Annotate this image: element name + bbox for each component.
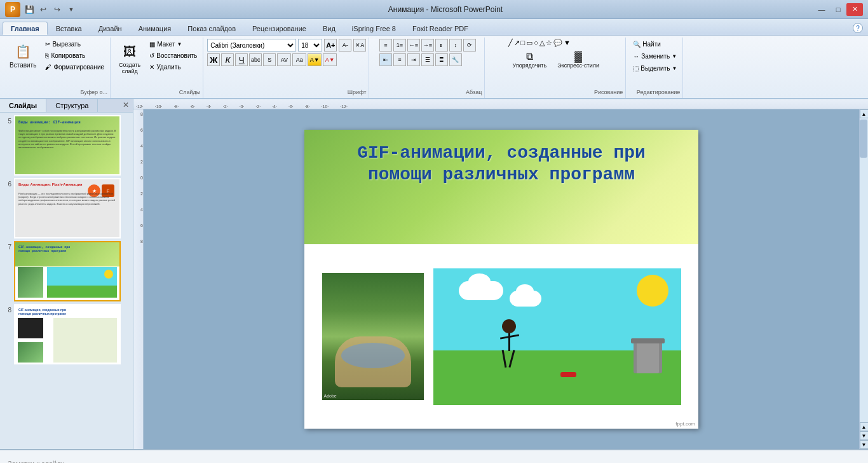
office-logo-icon[interactable]: P: [5, 2, 20, 17]
scroll-up-button[interactable]: ▲: [860, 109, 869, 118]
bullets-button[interactable]: ≡: [379, 39, 392, 52]
smartart-button[interactable]: 🔧: [449, 53, 462, 66]
increase-indent-button[interactable]: →≡: [421, 39, 434, 52]
slide-thumb-6[interactable]: 6 Виды Анимации: Flash-Анимация F ★ Flas…: [3, 178, 130, 238]
thumb6-title: Виды Анимации: Flash-Анимация: [18, 183, 83, 186]
shape-arrow-icon[interactable]: ↗: [514, 39, 520, 47]
find-button[interactable]: 🔍Найти: [630, 39, 664, 50]
tab-slideshow[interactable]: Показ слайдов: [179, 22, 244, 35]
shape-triangle-icon[interactable]: △: [539, 39, 545, 47]
slide-thumb-img-8: GIF-анимации, созданные припомощи различ…: [14, 304, 121, 364]
scroll-next-slide-button[interactable]: ▼: [860, 431, 869, 440]
vertical-scrollbar[interactable]: ▲ ▲ ▼ ▼: [859, 109, 868, 449]
font-content: Calibri (Заголовки) 18 A+ A- ✕A Ж К Ч ab…: [207, 39, 366, 88]
maximize-button[interactable]: □: [830, 3, 846, 16]
decrease-font-button[interactable]: A-: [339, 39, 351, 52]
clear-format-button[interactable]: ✕A: [353, 39, 366, 52]
tab-review[interactable]: Рецензирование: [244, 22, 315, 35]
layout-button[interactable]: ▦Макет▼: [146, 39, 200, 50]
slide-title-area[interactable]: GIF-анимации, созданные при помощи разли…: [317, 142, 686, 185]
font-size-select[interactable]: 18: [298, 39, 322, 52]
save-button[interactable]: 💾: [23, 3, 36, 16]
panel-tab-slides[interactable]: Слайды: [0, 99, 46, 112]
delete-slide-button[interactable]: ✕Удалить: [146, 62, 200, 73]
font-name-select[interactable]: Calibri (Заголовки): [207, 39, 296, 52]
underline-button[interactable]: Ч: [235, 53, 248, 66]
char-spacing-button[interactable]: AV: [277, 53, 291, 66]
shapes-row: ╱ ↗ □ ▭ ○ △ ☆ 💬 ▼: [508, 39, 571, 47]
thumb7-img1: [18, 267, 43, 298]
minimize-button[interactable]: —: [813, 3, 830, 16]
highlight-color-button[interactable]: A▼: [308, 53, 322, 66]
para-row1: ≡ 1≡ ←≡ →≡ ⫾ ↕ ⟳: [379, 39, 476, 52]
select-button[interactable]: ⬚Выделить▼: [630, 63, 680, 74]
undo-button[interactable]: ↩: [37, 3, 50, 16]
shape-callout-icon[interactable]: 💬: [553, 39, 562, 47]
panel-close-button[interactable]: ✕: [119, 99, 133, 112]
tab-home[interactable]: Главная: [3, 22, 48, 35]
text-direction-button[interactable]: ⟳: [463, 39, 476, 52]
slide-num-7: 7: [3, 244, 11, 251]
increase-font-button[interactable]: A+: [324, 39, 337, 52]
shape-star-icon[interactable]: ☆: [546, 39, 552, 47]
trash-can-icon: [634, 338, 662, 373]
font-case-button[interactable]: Aa: [292, 53, 306, 66]
notes-area[interactable]: Заметки к слайду: [0, 449, 868, 463]
paste-button[interactable]: 📋 Вставить: [5, 39, 41, 71]
thumb8-img3: [53, 318, 117, 363]
arrange-button[interactable]: ⧉ Упорядочить: [508, 48, 552, 71]
italic-button[interactable]: К: [221, 53, 234, 66]
numbering-button[interactable]: 1≡: [393, 39, 406, 52]
justify-button[interactable]: ☰: [421, 53, 434, 66]
panel-tab-outline[interactable]: Структура: [46, 99, 98, 112]
main-area: ·12··10··8··6··4··2··0··2··4··6··8··10··…: [133, 99, 868, 449]
shape-rounded-rect-icon[interactable]: ▭: [526, 39, 532, 47]
align-center-button[interactable]: ≡: [393, 53, 406, 66]
shapes-more-icon[interactable]: ▼: [564, 39, 571, 47]
slide-image-1: Adobe: [322, 273, 424, 400]
quick-styles-button[interactable]: ▓ Экспресс-стили: [553, 48, 604, 71]
help-button[interactable]: ?: [853, 23, 863, 33]
close-button[interactable]: ✕: [846, 3, 863, 16]
tab-insert[interactable]: Вставка: [48, 22, 90, 35]
quick-access-more-button[interactable]: ▼: [65, 3, 78, 16]
tab-design[interactable]: Дизайн: [90, 22, 130, 35]
tab-ispring[interactable]: iSpring Free 8: [344, 22, 404, 35]
ribbon-group-slides: 🖼 Создатьслайд ▦Макет▼ ↺Восстановить ✕Уд…: [112, 38, 203, 98]
new-slide-icon: 🖼: [119, 41, 140, 62]
strikethrough-button[interactable]: abc: [249, 53, 262, 66]
shape-rect-icon[interactable]: □: [521, 39, 526, 47]
copy-button[interactable]: ⎘Копировать: [42, 50, 107, 61]
new-slide-button[interactable]: 🖼 Создатьслайд: [114, 39, 145, 77]
slide-thumb-8[interactable]: 8 GIF-анимации, созданные припомощи разл…: [3, 304, 130, 364]
scroll-prev-slide-button[interactable]: ▲: [860, 422, 869, 431]
scroll-thumb[interactable]: [860, 120, 867, 158]
slide-canvas: GIF-анимации, созданные при помощи разли…: [304, 130, 698, 429]
slide-area[interactable]: GIF-анимации, созданные при помощи разли…: [144, 109, 859, 449]
slide-thumb-5[interactable]: 5 Виды анимации: GIF-анимация Файл предс…: [3, 115, 130, 176]
shape-line-icon[interactable]: ╱: [508, 39, 513, 47]
shadow-button[interactable]: S: [263, 53, 276, 66]
scroll-down-button[interactable]: ▼: [860, 440, 869, 449]
scroll-bottom-arrows: ▲ ▼: [860, 422, 869, 440]
align-right-button[interactable]: ⇥: [407, 53, 420, 66]
notes-placeholder: Заметки к слайду: [8, 460, 64, 463]
redo-button[interactable]: ↪: [51, 3, 64, 16]
line-spacing-button[interactable]: ↕: [449, 39, 462, 52]
drawing-label: Рисование: [594, 89, 623, 97]
cut-button[interactable]: ✂Вырезать: [42, 39, 107, 50]
tab-view[interactable]: Вид: [315, 22, 344, 35]
tab-animation[interactable]: Анимация: [130, 22, 180, 35]
columns-button[interactable]: ⫾: [435, 39, 448, 52]
decrease-indent-button[interactable]: ←≡: [407, 39, 420, 52]
bold-button[interactable]: Ж: [207, 53, 220, 66]
restore-button[interactable]: ↺Восстановить: [146, 50, 200, 61]
tab-foxit[interactable]: Foxit Reader PDF: [404, 22, 477, 35]
shape-oval-icon[interactable]: ○: [534, 39, 538, 47]
slide-thumb-7[interactable]: 7 GIF-анимации, созданные припомощи разл…: [3, 241, 130, 301]
format-painter-button[interactable]: 🖌Форматирование: [42, 62, 107, 73]
font-color-button[interactable]: A▼: [323, 53, 337, 66]
replace-button[interactable]: ↔Заменить▼: [630, 51, 680, 62]
text-align-button[interactable]: ≣: [435, 53, 448, 66]
align-left-button[interactable]: ⇤: [379, 53, 392, 66]
